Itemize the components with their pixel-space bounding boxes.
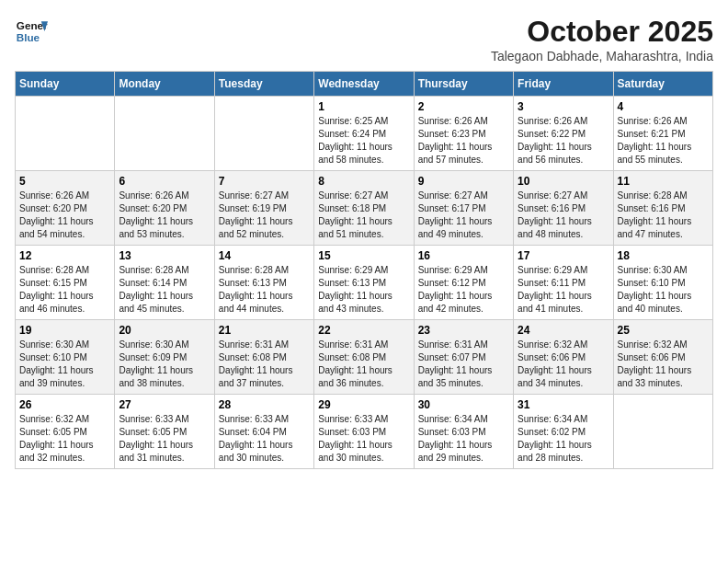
day-info: Sunrise: 6:28 AM Sunset: 6:13 PM Dayligh…	[219, 264, 310, 316]
day-info: Sunrise: 6:28 AM Sunset: 6:15 PM Dayligh…	[19, 264, 110, 316]
day-info: Sunrise: 6:30 AM Sunset: 6:09 PM Dayligh…	[119, 339, 210, 390]
logo: General Blue	[15, 15, 55, 48]
daylight-text: Daylight: 11 hours and 52 minutes.	[219, 216, 293, 239]
sunrise-text: Sunrise: 6:30 AM	[19, 339, 89, 350]
daylight-text: Daylight: 11 hours and 33 minutes.	[618, 365, 692, 388]
daylight-text: Daylight: 11 hours and 34 minutes.	[518, 365, 592, 388]
day-info: Sunrise: 6:29 AM Sunset: 6:11 PM Dayligh…	[518, 264, 609, 316]
sunrise-text: Sunrise: 6:29 AM	[318, 265, 388, 275]
calendar-cell: 17 Sunrise: 6:29 AM Sunset: 6:11 PM Dayl…	[514, 246, 613, 320]
day-info: Sunrise: 6:34 AM Sunset: 6:03 PM Dayligh…	[418, 413, 509, 465]
sunset-text: Sunset: 6:06 PM	[518, 352, 586, 362]
calendar-cell: 25 Sunrise: 6:32 AM Sunset: 6:06 PM Dayl…	[613, 320, 712, 395]
day-info: Sunrise: 6:30 AM Sunset: 6:10 PM Dayligh…	[618, 264, 709, 316]
day-info: Sunrise: 6:33 AM Sunset: 6:04 PM Dayligh…	[219, 413, 310, 465]
calendar-cell	[16, 97, 115, 171]
weekday-header-monday: Monday	[115, 72, 214, 97]
calendar-cell: 6 Sunrise: 6:26 AM Sunset: 6:20 PM Dayli…	[115, 171, 214, 246]
weekday-header-sunday: Sunday	[16, 72, 115, 97]
daylight-text: Daylight: 11 hours and 55 minutes.	[618, 142, 692, 165]
weekday-header-thursday: Thursday	[414, 72, 513, 97]
sunrise-text: Sunrise: 6:34 AM	[418, 414, 488, 424]
calendar-week-1: 1 Sunrise: 6:25 AM Sunset: 6:24 PM Dayli…	[16, 97, 713, 171]
day-info: Sunrise: 6:33 AM Sunset: 6:03 PM Dayligh…	[318, 413, 409, 465]
calendar-cell: 8 Sunrise: 6:27 AM Sunset: 6:18 PM Dayli…	[314, 171, 414, 246]
day-number: 13	[119, 249, 210, 262]
sunset-text: Sunset: 6:04 PM	[219, 427, 287, 437]
daylight-text: Daylight: 11 hours and 53 minutes.	[119, 216, 193, 239]
day-info: Sunrise: 6:26 AM Sunset: 6:20 PM Dayligh…	[119, 190, 210, 241]
sunset-text: Sunset: 6:23 PM	[418, 129, 486, 139]
sunrise-text: Sunrise: 6:26 AM	[618, 116, 688, 126]
day-info: Sunrise: 6:27 AM Sunset: 6:16 PM Dayligh…	[518, 190, 609, 241]
day-number: 15	[318, 249, 409, 262]
title-area: October 2025 Talegaon Dabhade, Maharasht…	[491, 15, 713, 63]
sunset-text: Sunset: 6:15 PM	[19, 278, 87, 288]
calendar-cell: 10 Sunrise: 6:27 AM Sunset: 6:16 PM Dayl…	[514, 171, 613, 246]
day-info: Sunrise: 6:32 AM Sunset: 6:06 PM Dayligh…	[618, 339, 709, 390]
sunrise-text: Sunrise: 6:26 AM	[418, 116, 488, 126]
daylight-text: Daylight: 11 hours and 56 minutes.	[518, 142, 592, 165]
day-info: Sunrise: 6:27 AM Sunset: 6:17 PM Dayligh…	[418, 190, 509, 241]
sunset-text: Sunset: 6:08 PM	[318, 352, 386, 362]
day-number: 9	[418, 175, 509, 188]
day-number: 24	[518, 324, 609, 337]
calendar-cell: 13 Sunrise: 6:28 AM Sunset: 6:14 PM Dayl…	[115, 246, 214, 320]
day-info: Sunrise: 6:31 AM Sunset: 6:08 PM Dayligh…	[219, 339, 310, 390]
sunset-text: Sunset: 6:03 PM	[418, 427, 486, 437]
day-info: Sunrise: 6:33 AM Sunset: 6:05 PM Dayligh…	[119, 413, 210, 465]
sunset-text: Sunset: 6:12 PM	[418, 278, 486, 288]
sunrise-text: Sunrise: 6:31 AM	[219, 339, 289, 350]
sunset-text: Sunset: 6:18 PM	[318, 203, 386, 213]
calendar-cell: 9 Sunrise: 6:27 AM Sunset: 6:17 PM Dayli…	[414, 171, 513, 246]
month-title: October 2025	[491, 15, 713, 49]
sunset-text: Sunset: 6:02 PM	[518, 427, 586, 437]
daylight-text: Daylight: 11 hours and 42 minutes.	[418, 291, 493, 314]
day-info: Sunrise: 6:32 AM Sunset: 6:05 PM Dayligh…	[19, 413, 110, 465]
calendar-week-2: 5 Sunrise: 6:26 AM Sunset: 6:20 PM Dayli…	[16, 171, 713, 246]
calendar-cell: 21 Sunrise: 6:31 AM Sunset: 6:08 PM Dayl…	[214, 320, 313, 395]
calendar-cell: 23 Sunrise: 6:31 AM Sunset: 6:07 PM Dayl…	[414, 320, 513, 395]
location-title: Talegaon Dabhade, Maharashtra, India	[491, 49, 713, 63]
day-number: 30	[418, 398, 509, 411]
day-number: 2	[418, 100, 509, 113]
sunrise-text: Sunrise: 6:27 AM	[518, 190, 587, 201]
sunrise-text: Sunrise: 6:28 AM	[119, 265, 188, 275]
sunset-text: Sunset: 6:09 PM	[119, 352, 187, 362]
sunset-text: Sunset: 6:20 PM	[19, 203, 87, 213]
calendar-cell	[214, 97, 313, 171]
calendar-cell: 5 Sunrise: 6:26 AM Sunset: 6:20 PM Dayli…	[16, 171, 115, 246]
sunset-text: Sunset: 6:05 PM	[19, 427, 87, 437]
daylight-text: Daylight: 11 hours and 49 minutes.	[418, 216, 493, 239]
sunrise-text: Sunrise: 6:33 AM	[318, 414, 388, 424]
day-info: Sunrise: 6:27 AM Sunset: 6:19 PM Dayligh…	[219, 190, 310, 241]
sunset-text: Sunset: 6:16 PM	[618, 203, 686, 213]
calendar-cell: 16 Sunrise: 6:29 AM Sunset: 6:12 PM Dayl…	[414, 246, 513, 320]
calendar-cell	[613, 395, 712, 469]
sunset-text: Sunset: 6:13 PM	[318, 278, 386, 288]
day-number: 12	[19, 249, 110, 262]
sunrise-text: Sunrise: 6:30 AM	[119, 339, 188, 350]
day-info: Sunrise: 6:26 AM Sunset: 6:21 PM Dayligh…	[618, 115, 709, 167]
daylight-text: Daylight: 11 hours and 46 minutes.	[19, 291, 94, 314]
daylight-text: Daylight: 11 hours and 28 minutes.	[518, 440, 592, 463]
day-info: Sunrise: 6:29 AM Sunset: 6:13 PM Dayligh…	[318, 264, 409, 316]
sunset-text: Sunset: 6:17 PM	[418, 203, 486, 213]
day-number: 16	[418, 249, 509, 262]
sunrise-text: Sunrise: 6:28 AM	[219, 265, 289, 275]
day-number: 4	[618, 100, 709, 113]
sunset-text: Sunset: 6:05 PM	[119, 427, 187, 437]
calendar-cell: 22 Sunrise: 6:31 AM Sunset: 6:08 PM Dayl…	[314, 320, 414, 395]
daylight-text: Daylight: 11 hours and 37 minutes.	[219, 365, 293, 388]
day-number: 7	[219, 175, 310, 188]
sunset-text: Sunset: 6:08 PM	[219, 352, 287, 362]
logo-icon: General Blue	[15, 15, 48, 48]
day-info: Sunrise: 6:26 AM Sunset: 6:22 PM Dayligh…	[518, 115, 609, 167]
sunrise-text: Sunrise: 6:32 AM	[518, 339, 587, 350]
day-number: 8	[318, 175, 409, 188]
sunrise-text: Sunrise: 6:29 AM	[418, 265, 488, 275]
daylight-text: Daylight: 11 hours and 36 minutes.	[318, 365, 392, 388]
calendar-cell: 28 Sunrise: 6:33 AM Sunset: 6:04 PM Dayl…	[214, 395, 313, 469]
daylight-text: Daylight: 11 hours and 43 minutes.	[318, 291, 392, 314]
sunrise-text: Sunrise: 6:31 AM	[318, 339, 388, 350]
